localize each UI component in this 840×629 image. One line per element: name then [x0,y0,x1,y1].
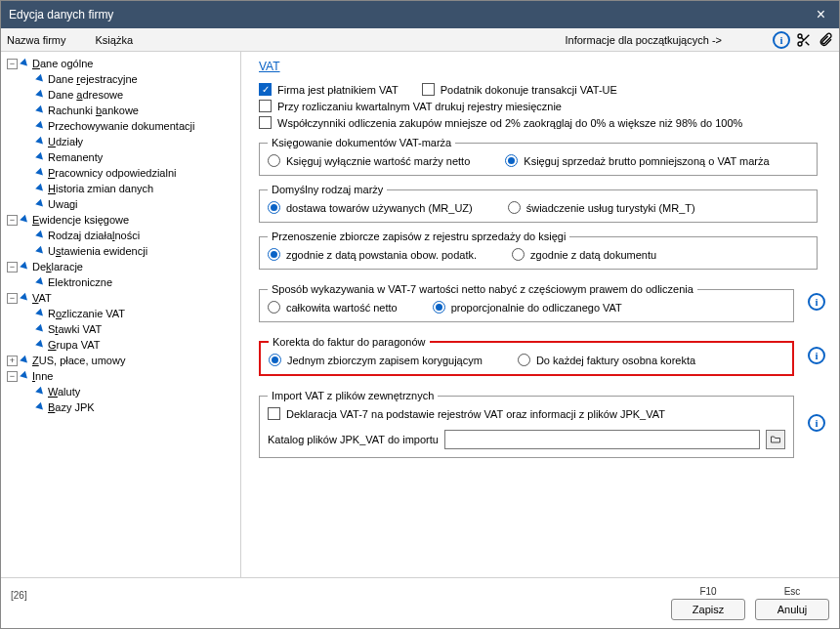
menu-company[interactable]: Nazwa firmy [7,34,66,46]
content-panel: VAT Firma jest płatnikiem VAT Podatnik d… [241,52,839,577]
save-button[interactable]: Zapisz [671,599,745,620]
menubar: Nazwa firmy Książka Informacje dla począ… [1,28,839,52]
paperclip-icon[interactable] [818,32,833,48]
tree-arrow-icon [35,340,46,351]
cancel-button[interactable]: Anuluj [755,599,829,620]
checkbox-vat-payer[interactable]: Firma jest płatnikiem VAT [259,83,399,96]
radio-korekta-zbiorcza[interactable]: Jednym zbiorczym zapisem korygującym [269,354,483,366]
group-rodzaj-marzy: Domyślny rodzaj marży dostawa towarów uż… [259,184,818,223]
tree-node-waluty[interactable]: Waluty [21,384,238,399]
tree-arrow-icon [35,309,46,319]
radio-icon [518,354,530,366]
svg-point-1 [798,42,802,46]
titlebar: Edycja danych firmy × [1,1,839,28]
group-legend: Import VAT z plików zewnętrznych [268,390,438,401]
tree-node-uwagi[interactable]: Uwagi [21,196,238,212]
tree-node-pracownicy[interactable]: Pracownicy odpowiedzialni [21,165,238,181]
menu-beginners-link[interactable]: Informacje dla początkujących -> [566,34,723,46]
tree-node-remanenty[interactable]: Remanenty [21,149,238,165]
radio-marza-netto[interactable]: Księguj wyłącznie wartość marży netto [268,154,470,167]
tree-arrow-icon [35,387,46,398]
radio-przen-data-dok[interactable]: zgodnie z datą dokumentu [512,248,656,261]
close-icon[interactable]: × [811,6,831,23]
checkbox-icon [259,116,272,129]
tree-node-dane-ogolne[interactable]: − DDane ogólneane ogólne [5,56,238,71]
radio-icon [268,248,280,261]
tree-arrow-icon [35,168,46,179]
tree-node-rodzaj-dzialalnosci[interactable]: Rodzaj działalności [21,228,238,243]
group-przenoszenie: Przenoszenie zbiorcze zapisów z rejestru… [259,231,818,270]
group-legend: Przenoszenie zbiorcze zapisów z rejestru… [268,231,569,242]
radio-mr-t[interactable]: świadczenie usług turystyki (MR_T) [508,201,695,214]
radio-przen-data-obow[interactable]: zgodnie z datą powstania obow. podatk. [268,248,477,261]
radio-vat7-calkowita[interactable]: całkowita wartość netto [268,301,398,314]
tree-node-inne[interactable]: −Inne [5,368,238,384]
tree-arrow-icon [35,199,46,210]
tree-node-udzialy[interactable]: Udziały [21,134,238,149]
key-hint-cancel: Esc [784,586,801,597]
menu-book[interactable]: Książka [96,34,134,46]
browse-button[interactable] [766,430,785,449]
group-korekta: Korekta do faktur do paragonów Jednym zb… [259,336,794,376]
tree-arrow-icon [20,293,30,304]
tree-node-vat[interactable]: −VAT [5,290,238,306]
group-legend: Księgowanie dokumentów VAT-marża [268,137,455,148]
radio-label: całkowita wartość netto [286,302,398,314]
tree-arrow-icon [35,90,46,101]
tree-node-bazy-jpk[interactable]: Bazy JPK [21,399,238,415]
checkbox-vat-ue[interactable]: Podatnik dokonuje transakcji VAT-UE [422,83,617,96]
checkbox-label: Współczynniki odliczenia zakupów mniejsz… [277,117,742,129]
checkbox-icon [259,100,272,112]
tree-node-grupa-vat[interactable]: Grupa VAT [21,337,238,353]
tree-node-ustawienia-ewidencji[interactable]: Ustawienia ewidencji [21,243,238,259]
info-icon[interactable]: i [808,414,825,432]
svg-line-3 [806,41,810,45]
footer-counter: [26] [11,590,27,601]
tree-node-rachunki-bankowe[interactable]: Rachunki bankowe [21,103,238,118]
tree-node-rozliczanie-vat[interactable]: Rozliczanie VAT [21,306,238,321]
tree-node-historia[interactable]: Historia zmian danych [21,181,238,196]
footer: [26] F10 Zapisz Esc Anuluj [1,577,839,628]
scissors-icon[interactable] [796,32,812,48]
dialog-window: Edycja danych firmy × Nazwa firmy Książk… [0,0,840,629]
checkbox-label: Podatnik dokonuje transakcji VAT-UE [441,84,617,96]
info-icon[interactable]: i [773,31,790,49]
nav-tree[interactable]: − DDane ogólneane ogólne Dane rejestracy… [1,52,241,577]
tree-node-ewidencje[interactable]: −Ewidencje księgowe [5,212,238,228]
info-icon[interactable]: i [808,293,825,311]
radio-korekta-osobna[interactable]: Do każdej faktury osobna korekta [518,354,695,366]
tree-node-dane-rejestracyjne[interactable]: Dane rejestracyjne [21,71,238,87]
radio-icon [268,154,280,167]
radio-mr-uz[interactable]: dostawa towarów używanych (MR_UZ) [268,201,473,214]
radio-icon [269,354,281,366]
checkbox-coefficient-round[interactable]: Współczynniki odliczenia zakupów mniejsz… [259,116,742,129]
radio-marza-brutto[interactable]: Księguj sprzedaż brutto pomniejszoną o V… [505,154,769,167]
tree-arrow-icon [35,184,46,194]
tree-node-deklaracje[interactable]: −Deklaracje [5,259,238,274]
checkbox-label: Firma jest płatnikiem VAT [277,84,399,96]
tree-node-dane-adresowe[interactable]: Dane adresowe [21,87,238,103]
key-hint-save: F10 [699,586,716,597]
checkbox-import-vat7[interactable]: Deklaracja VAT-7 na podstawie rejestrów … [268,407,665,420]
group-vat7: Sposób wykazywania w VAT-7 wartości nett… [259,283,794,322]
radio-label: Do każdej faktury osobna korekta [536,355,695,366]
checkbox-icon [259,83,272,96]
info-icon[interactable]: i [808,347,825,364]
tree-node-zus[interactable]: +ZUS, płace, umowy [5,353,238,368]
tree-node-stawki-vat[interactable]: Stawki VAT [21,321,238,337]
tree-arrow-icon [35,137,46,147]
window-title: Edycja danych firmy [9,8,113,21]
radio-icon [268,301,280,314]
radio-label: dostawa towarów używanych (MR_UZ) [286,202,473,214]
group-import-vat: Import VAT z plików zewnętrznych Deklara… [259,390,794,458]
tree-node-elektroniczne[interactable]: Elektroniczne [21,274,238,290]
checkbox-quarterly[interactable]: Przy rozliczaniu kwartalnym VAT drukuj r… [259,100,562,112]
radio-label: Księguj sprzedaż brutto pomniejszoną o V… [524,155,769,167]
tree-node-przechowywanie[interactable]: Przechowywanie dokumentacji [21,118,238,134]
group-legend: Domyślny rodzaj marży [268,184,387,195]
tree-arrow-icon [35,231,46,241]
svg-line-4 [801,37,804,40]
import-path-input[interactable] [444,430,760,449]
radio-label: zgodnie z datą dokumentu [530,249,656,261]
radio-vat7-proporcjonalnie[interactable]: proporcjonalnie do odliczanego VAT [433,301,622,314]
